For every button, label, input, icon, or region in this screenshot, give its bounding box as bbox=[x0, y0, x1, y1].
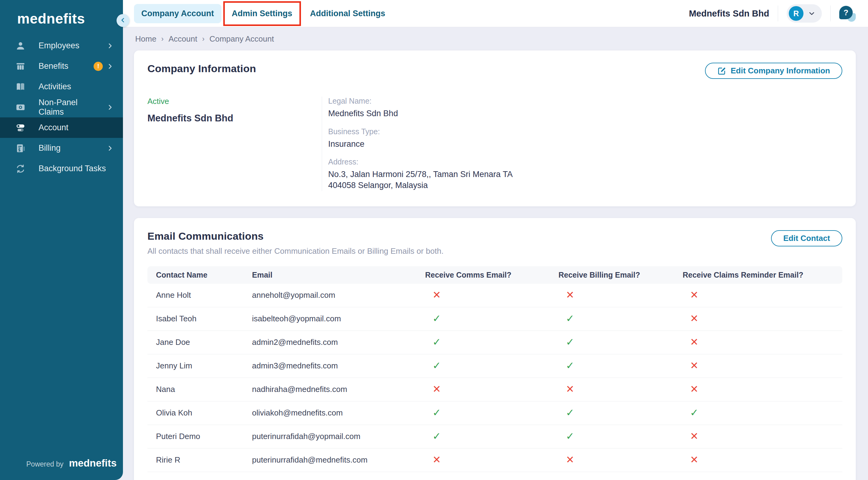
tab-wrap-company-account: Company Account bbox=[134, 4, 221, 23]
sync-icon bbox=[15, 164, 26, 174]
sidebar-item-label: Account bbox=[38, 123, 114, 132]
breadcrumb-item-account[interactable]: Account bbox=[168, 34, 197, 44]
email-cell: anneholt@yopmail.com bbox=[252, 290, 425, 300]
contact-name-cell: Anne Holt bbox=[156, 290, 252, 300]
alert-badge: ! bbox=[94, 62, 103, 71]
tab-wrap-additional-settings: Additional Settings bbox=[303, 4, 393, 23]
receive-billing-cell: ✕ bbox=[558, 455, 683, 465]
receive-billing-cell: ✓ bbox=[558, 431, 683, 442]
sidebar-item-background-tasks[interactable]: Background Tasks bbox=[0, 158, 123, 179]
email-cell: admin2@mednefits.com bbox=[252, 338, 425, 347]
edit-contact-label: Edit Contact bbox=[783, 233, 830, 243]
sidebar-item-account[interactable]: Account bbox=[0, 118, 123, 138]
breadcrumb-separator-icon: › bbox=[202, 35, 205, 43]
breadcrumb-item-company-account[interactable]: Company Account bbox=[210, 34, 274, 44]
check-icon: ✓ bbox=[683, 407, 699, 419]
check-icon: ✓ bbox=[425, 477, 441, 480]
cross-icon: ✕ bbox=[558, 454, 575, 466]
sidebar-item-benefits[interactable]: Benefits! bbox=[0, 56, 123, 76]
columns-icon bbox=[15, 61, 26, 71]
top-navigation-tabs: Company AccountAdmin SettingsAdditional … bbox=[134, 4, 393, 23]
help-question-icon: ? bbox=[839, 6, 853, 19]
mednefits-logo: mednefits bbox=[0, 0, 123, 27]
company-information-title: Company Information bbox=[148, 63, 256, 74]
tab-company-account[interactable]: Company Account bbox=[134, 4, 221, 23]
table-row-anne-holt: Anne Holtanneholt@yopmail.com✕✕✕ bbox=[148, 284, 842, 307]
table-row-nana: Nananadhiraha@mednefits.com✕✕✕ bbox=[148, 378, 842, 402]
receive-comms-cell: ✓ bbox=[425, 337, 558, 348]
check-icon: ✓ bbox=[425, 359, 441, 372]
field-value: Mednefits Sdn Bhd bbox=[328, 108, 842, 119]
receive-claims-reminder-cell: ✕ bbox=[683, 384, 834, 395]
breadcrumb-item-home[interactable]: Home bbox=[135, 34, 156, 44]
tab-additional-settings[interactable]: Additional Settings bbox=[303, 4, 393, 23]
check-icon: ✓ bbox=[558, 430, 575, 442]
receive-claims-reminder-cell: ✕ bbox=[683, 337, 834, 348]
mednefits-footer-logo: mednefits bbox=[69, 457, 117, 469]
check-icon: ✓ bbox=[425, 313, 441, 324]
user-menu[interactable]: R bbox=[787, 4, 822, 23]
cross-icon: ✕ bbox=[683, 477, 699, 480]
invoice-icon: $ bbox=[15, 143, 26, 154]
column-header-receive-comms-email: Receive Comms Email? bbox=[425, 270, 558, 280]
receive-comms-cell: ✓ bbox=[425, 313, 558, 324]
contact-name-cell: Jane Doe bbox=[156, 338, 252, 347]
receive-comms-cell: ✓ bbox=[425, 431, 558, 442]
column-header-contact-name: Contact Name bbox=[156, 270, 252, 280]
receive-claims-reminder-cell: ✕ bbox=[683, 313, 834, 324]
cross-icon: ✕ bbox=[683, 454, 699, 466]
check-icon: ✓ bbox=[425, 407, 441, 419]
tab-wrap-admin-settings: Admin Settings bbox=[224, 4, 300, 23]
table-row-olivia-koh: Olivia Koholiviakoh@mednefits.com✓✓✓ bbox=[148, 402, 842, 425]
chevron-right-icon bbox=[106, 63, 114, 70]
cross-icon: ✕ bbox=[683, 430, 699, 442]
edit-company-information-button[interactable]: Edit Company Information bbox=[705, 63, 842, 79]
contact-name-cell: Sandra Ling bbox=[156, 479, 252, 480]
receive-billing-cell: ✓ bbox=[558, 478, 683, 480]
cross-icon: ✕ bbox=[683, 289, 699, 301]
email-communications-titles: Email Communications All contacts that s… bbox=[148, 230, 443, 256]
cross-icon: ✕ bbox=[425, 383, 441, 395]
sidebar-item-label: Benefits bbox=[38, 61, 89, 71]
email-communications-title: Email Communications bbox=[148, 230, 443, 242]
email-communications-header: Email Communications All contacts that s… bbox=[148, 230, 842, 256]
receive-comms-cell: ✕ bbox=[425, 455, 558, 465]
receive-claims-reminder-cell: ✕ bbox=[683, 431, 834, 442]
check-icon: ✓ bbox=[558, 359, 575, 372]
cross-icon: ✕ bbox=[683, 336, 699, 348]
edit-contact-button[interactable]: Edit Contact bbox=[771, 230, 842, 247]
divider bbox=[830, 5, 831, 22]
contact-name-cell: Jenny Lim bbox=[156, 361, 252, 371]
breadcrumb-separator-icon: › bbox=[161, 35, 164, 43]
sidebar-item-employees[interactable]: Employees bbox=[0, 35, 123, 56]
sidebar-item-billing[interactable]: $Billing bbox=[0, 138, 123, 158]
cross-icon: ✕ bbox=[425, 454, 441, 466]
topbar-company-name: Mednefits Sdn Bhd bbox=[689, 8, 769, 19]
table-row-jenny-lim: Jenny Limadmin3@mednefits.com✓✓✕ bbox=[148, 354, 842, 378]
field-label: Legal Name: bbox=[328, 97, 842, 105]
check-icon: ✓ bbox=[558, 477, 575, 480]
sidebar-item-activities[interactable]: Activities bbox=[0, 76, 123, 97]
email-communications-card: Email Communications All contacts that s… bbox=[134, 218, 856, 480]
sidebar-collapse-button[interactable] bbox=[117, 14, 129, 27]
company-information-body: Active Mednefits Sdn Bhd Legal Name:Medn… bbox=[148, 97, 842, 191]
edit-icon bbox=[717, 66, 726, 75]
chevron-right-icon bbox=[106, 104, 114, 111]
company-information-card: Company Information Edit Company Informa… bbox=[134, 51, 856, 206]
sidebar-item-non-panel-claims[interactable]: Non-Panel Claims bbox=[0, 97, 123, 118]
cross-icon: ✕ bbox=[558, 289, 575, 301]
table-row-puteri-demo: Puteri Demoputerinurrafidah@yopmail.com✓… bbox=[148, 425, 842, 449]
avatar: R bbox=[789, 6, 803, 21]
contact-name-cell: Ririe R bbox=[156, 455, 252, 465]
tab-admin-settings[interactable]: Admin Settings bbox=[224, 4, 300, 23]
email-cell: isabelteoh@yopmail.com bbox=[252, 314, 425, 323]
receive-comms-cell: ✕ bbox=[425, 290, 558, 300]
help-button[interactable]: ? bbox=[839, 5, 856, 22]
main-area: Company AccountAdmin SettingsAdditional … bbox=[123, 0, 868, 480]
receive-billing-cell: ✓ bbox=[558, 360, 683, 371]
sidebar: mednefits EmployeesBenefits!ActivitiesNo… bbox=[0, 0, 123, 480]
contact-name-cell: Puteri Demo bbox=[156, 432, 252, 441]
status-badge: Active bbox=[148, 97, 322, 106]
chevron-right-icon bbox=[106, 42, 114, 50]
receive-claims-reminder-cell: ✕ bbox=[683, 478, 834, 480]
